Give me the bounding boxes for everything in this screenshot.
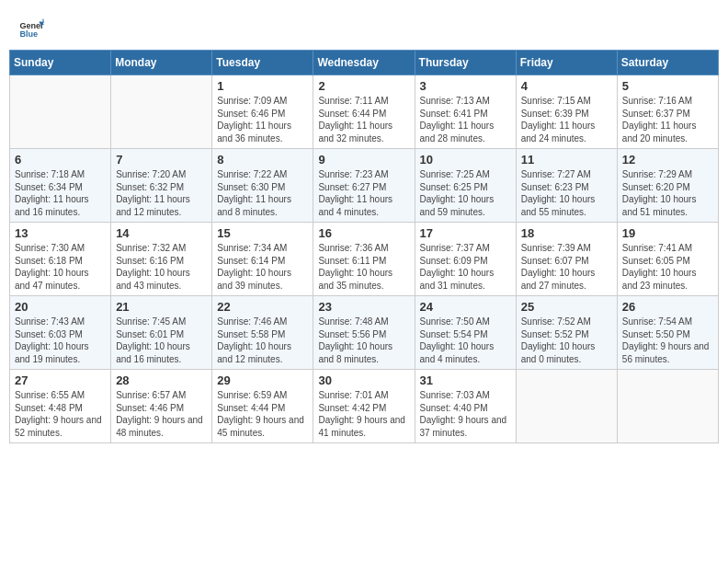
calendar-table: SundayMondayTuesdayWednesdayThursdayFrid… [9,50,719,443]
cell-info: Sunrise: 6:55 AM Sunset: 4:48 PM Dayligh… [15,389,106,439]
day-number: 26 [622,300,713,314]
calendar-cell: 31Sunrise: 7:03 AM Sunset: 4:40 PM Dayli… [415,370,516,443]
calendar-cell: 2Sunrise: 7:11 AM Sunset: 6:44 PM Daylig… [313,75,415,149]
calendar-cell: 1Sunrise: 7:09 AM Sunset: 6:46 PM Daylig… [212,75,313,149]
cell-info: Sunrise: 7:52 AM Sunset: 5:52 PM Dayligh… [521,316,612,365]
day-number: 12 [622,153,713,167]
cell-info: Sunrise: 7:50 AM Sunset: 5:54 PM Dayligh… [420,316,511,365]
day-number: 24 [420,300,511,314]
cell-info: Sunrise: 7:22 AM Sunset: 6:30 PM Dayligh… [217,168,308,218]
day-number: 5 [622,79,713,93]
cell-info: Sunrise: 7:34 AM Sunset: 6:14 PM Dayligh… [217,242,308,292]
day-number: 29 [217,373,308,387]
cell-info: Sunrise: 7:11 AM Sunset: 6:44 PM Dayligh… [318,95,409,144]
calendar-week-3: 13Sunrise: 7:30 AM Sunset: 6:18 PM Dayli… [10,223,719,296]
cell-info: Sunrise: 7:29 AM Sunset: 6:20 PM Dayligh… [622,168,713,218]
day-number: 15 [217,226,308,240]
day-number: 4 [521,79,612,93]
day-number: 25 [521,300,612,314]
calendar-cell: 13Sunrise: 7:30 AM Sunset: 6:18 PM Dayli… [10,223,111,296]
day-number: 13 [15,226,106,240]
calendar-cell: 8Sunrise: 7:22 AM Sunset: 6:30 PM Daylig… [212,149,313,223]
logo: General Blue [18,17,48,42]
calendar-cell [617,370,718,443]
day-number: 21 [116,300,207,314]
calendar-cell: 22Sunrise: 7:46 AM Sunset: 5:58 PM Dayli… [212,296,313,370]
calendar-cell: 3Sunrise: 7:13 AM Sunset: 6:41 PM Daylig… [415,75,516,149]
cell-info: Sunrise: 7:09 AM Sunset: 6:46 PM Dayligh… [217,95,308,144]
calendar-header-row: SundayMondayTuesdayWednesdayThursdayFrid… [10,51,719,75]
calendar-cell: 15Sunrise: 7:34 AM Sunset: 6:14 PM Dayli… [212,223,313,296]
calendar-cell: 9Sunrise: 7:23 AM Sunset: 6:27 PM Daylig… [313,149,415,223]
cell-info: Sunrise: 7:13 AM Sunset: 6:41 PM Dayligh… [420,95,511,144]
day-number: 16 [318,226,409,240]
calendar-week-2: 6Sunrise: 7:18 AM Sunset: 6:34 PM Daylig… [10,149,719,223]
cell-info: Sunrise: 7:39 AM Sunset: 6:07 PM Dayligh… [521,242,612,292]
cell-info: Sunrise: 7:18 AM Sunset: 6:34 PM Dayligh… [15,168,106,218]
calendar-cell: 5Sunrise: 7:16 AM Sunset: 6:37 PM Daylig… [617,75,718,149]
page-header: General Blue [9,9,719,46]
calendar-cell: 23Sunrise: 7:48 AM Sunset: 5:56 PM Dayli… [313,296,415,370]
calendar-cell [10,75,111,149]
calendar-cell: 26Sunrise: 7:54 AM Sunset: 5:50 PM Dayli… [617,296,718,370]
day-header-monday: Monday [111,51,212,75]
day-number: 11 [521,153,612,167]
day-number: 7 [116,153,207,167]
calendar-cell: 20Sunrise: 7:43 AM Sunset: 6:03 PM Dayli… [10,296,111,370]
day-number: 30 [318,373,409,387]
day-number: 31 [420,373,511,387]
day-number: 8 [217,153,308,167]
cell-info: Sunrise: 7:01 AM Sunset: 4:42 PM Dayligh… [318,389,409,439]
logo-icon: General Blue [18,17,44,42]
day-header-tuesday: Tuesday [212,51,313,75]
calendar-week-5: 27Sunrise: 6:55 AM Sunset: 4:48 PM Dayli… [10,370,719,443]
cell-info: Sunrise: 7:30 AM Sunset: 6:18 PM Dayligh… [15,242,106,292]
day-number: 18 [521,226,612,240]
cell-info: Sunrise: 7:36 AM Sunset: 6:11 PM Dayligh… [318,242,409,292]
cell-info: Sunrise: 6:57 AM Sunset: 4:46 PM Dayligh… [116,389,207,439]
cell-info: Sunrise: 7:23 AM Sunset: 6:27 PM Dayligh… [318,168,409,218]
day-number: 9 [318,153,409,167]
day-number: 1 [217,79,308,93]
day-number: 19 [622,226,713,240]
day-number: 22 [217,300,308,314]
cell-info: Sunrise: 7:03 AM Sunset: 4:40 PM Dayligh… [420,389,511,439]
calendar-cell: 27Sunrise: 6:55 AM Sunset: 4:48 PM Dayli… [10,370,111,443]
day-number: 2 [318,79,409,93]
day-header-sunday: Sunday [10,51,111,75]
day-number: 28 [116,373,207,387]
cell-info: Sunrise: 7:20 AM Sunset: 6:32 PM Dayligh… [116,168,207,218]
calendar-cell [111,75,212,149]
cell-info: Sunrise: 7:43 AM Sunset: 6:03 PM Dayligh… [15,316,106,365]
day-number: 20 [15,300,106,314]
calendar-cell: 16Sunrise: 7:36 AM Sunset: 6:11 PM Dayli… [313,223,415,296]
day-header-friday: Friday [516,51,617,75]
cell-info: Sunrise: 7:25 AM Sunset: 6:25 PM Dayligh… [420,168,511,218]
cell-info: Sunrise: 7:16 AM Sunset: 6:37 PM Dayligh… [622,95,713,144]
cell-info: Sunrise: 7:32 AM Sunset: 6:16 PM Dayligh… [116,242,207,292]
day-number: 3 [420,79,511,93]
calendar-cell: 7Sunrise: 7:20 AM Sunset: 6:32 PM Daylig… [111,149,212,223]
day-number: 27 [15,373,106,387]
cell-info: Sunrise: 7:45 AM Sunset: 6:01 PM Dayligh… [116,316,207,365]
calendar-cell [516,370,617,443]
calendar-cell: 18Sunrise: 7:39 AM Sunset: 6:07 PM Dayli… [516,223,617,296]
cell-info: Sunrise: 7:48 AM Sunset: 5:56 PM Dayligh… [318,316,409,365]
day-number: 6 [15,153,106,167]
calendar-cell: 12Sunrise: 7:29 AM Sunset: 6:20 PM Dayli… [617,149,718,223]
calendar-cell: 4Sunrise: 7:15 AM Sunset: 6:39 PM Daylig… [516,75,617,149]
day-number: 17 [420,226,511,240]
cell-info: Sunrise: 7:15 AM Sunset: 6:39 PM Dayligh… [521,95,612,144]
day-number: 14 [116,226,207,240]
calendar-cell: 30Sunrise: 7:01 AM Sunset: 4:42 PM Dayli… [313,370,415,443]
calendar-cell: 17Sunrise: 7:37 AM Sunset: 6:09 PM Dayli… [415,223,516,296]
calendar-week-4: 20Sunrise: 7:43 AM Sunset: 6:03 PM Dayli… [10,296,719,370]
cell-info: Sunrise: 7:54 AM Sunset: 5:50 PM Dayligh… [622,316,713,365]
svg-text:Blue: Blue [19,29,38,39]
cell-info: Sunrise: 6:59 AM Sunset: 4:44 PM Dayligh… [217,389,308,439]
day-header-saturday: Saturday [617,51,718,75]
calendar-cell: 24Sunrise: 7:50 AM Sunset: 5:54 PM Dayli… [415,296,516,370]
calendar-cell: 29Sunrise: 6:59 AM Sunset: 4:44 PM Dayli… [212,370,313,443]
calendar-cell: 19Sunrise: 7:41 AM Sunset: 6:05 PM Dayli… [617,223,718,296]
calendar-cell: 10Sunrise: 7:25 AM Sunset: 6:25 PM Dayli… [415,149,516,223]
